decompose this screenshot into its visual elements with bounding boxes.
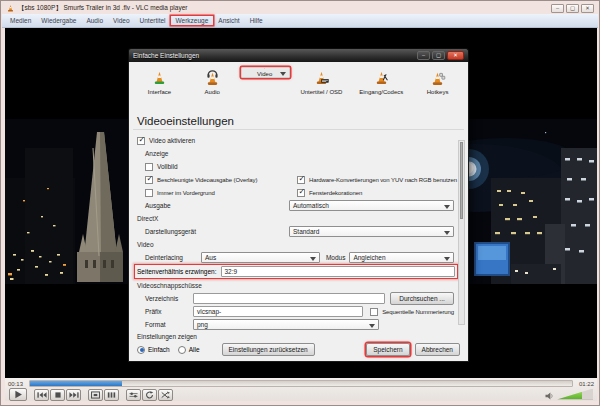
menu-hilfe[interactable]: Hilfe xyxy=(245,16,268,25)
vlc-cone-subtitle-icon xyxy=(313,70,330,87)
menu-ansicht[interactable]: Ansicht xyxy=(213,16,244,25)
label-deinterlacing: Deinterlacing xyxy=(145,254,201,261)
vlc-cone-codec-icon xyxy=(373,70,390,87)
aspect-ratio-row: Seitenverhältnis erzwingen: 32:9 xyxy=(134,264,458,279)
checkbox-label: Hardware-Konvertierungen von YUV nach RG… xyxy=(309,177,457,183)
tab-label: Audio xyxy=(205,89,220,95)
tab-label: Eingang/Codecs xyxy=(359,89,403,95)
dialog-titlebar: Einfache Einstellungen – ▢ ✕ xyxy=(128,48,469,62)
checkbox-overlay[interactable] xyxy=(145,176,153,184)
vlc-cone-film-icon xyxy=(256,68,273,69)
extended-settings-button[interactable] xyxy=(126,389,141,401)
dialog-close-button[interactable]: ✕ xyxy=(447,51,464,60)
menu-wiedergabe[interactable]: Wiedergabe xyxy=(36,16,81,25)
dialog-title: Einfache Einstellungen xyxy=(133,52,199,59)
tab-interface[interactable]: Interface xyxy=(135,67,184,109)
label-format: Format xyxy=(145,321,193,328)
group-directx: DirectX xyxy=(137,215,158,222)
settings-content: Video aktivieren Anzeige Vollbild Beschl… xyxy=(129,133,468,331)
stop-icon xyxy=(54,391,62,399)
volume-level xyxy=(557,389,582,399)
menu-untertitel[interactable]: Untertitel xyxy=(135,16,171,25)
equalizer-icon xyxy=(129,391,138,399)
dialog-minimize-button[interactable]: – xyxy=(417,51,430,60)
select-ausgabe[interactable]: Automatisch xyxy=(289,200,454,211)
menu-video[interactable]: Video xyxy=(108,16,135,25)
checkbox-video-aktivieren[interactable] xyxy=(137,137,145,145)
volume-slider[interactable] xyxy=(557,389,593,400)
group-video: Video xyxy=(137,241,154,248)
aspect-ratio-input[interactable]: 32:9 xyxy=(221,266,456,277)
checkbox-yuv-rgb[interactable] xyxy=(297,176,305,184)
fullscreen-icon xyxy=(91,391,100,399)
select-modus[interactable]: Angleichen xyxy=(349,252,454,263)
play-icon xyxy=(14,390,23,399)
reset-settings-button[interactable]: Einstellungen zurücksetzen xyxy=(222,343,315,356)
window-title: 【sbs 1080P】 Smurfs Trailer in 3d .flv - … xyxy=(18,4,187,13)
play-button[interactable] xyxy=(9,388,27,401)
radio-label-alle: Alle xyxy=(189,346,200,353)
vlc-cone-icon xyxy=(6,4,15,13)
menubar: Medien Wiedergabe Audio Video Untertitel… xyxy=(2,14,598,28)
random-button[interactable] xyxy=(158,389,173,401)
verzeichnis-input[interactable] xyxy=(193,293,385,304)
cancel-button[interactable]: Abbrechen xyxy=(415,343,460,356)
select-deinterlacing[interactable]: Aus xyxy=(201,252,320,263)
checkbox-vollbild[interactable] xyxy=(145,163,153,171)
heading-divider xyxy=(133,129,464,130)
preferences-tabs: Interface Audio Video Untertitel / OSD E… xyxy=(129,62,468,111)
elapsed-time: 00:13 xyxy=(8,381,26,387)
scrollbar-thumb[interactable] xyxy=(460,142,463,219)
checkbox-label: Beschleunigte Videoausgabe (Overlay) xyxy=(157,177,257,183)
tab-untertitel-osd[interactable]: Untertitel / OSD xyxy=(294,67,350,109)
checkbox-seq-nummerierung[interactable] xyxy=(370,308,378,316)
durchsuchen-button[interactable]: Durchsuchen ... xyxy=(390,292,454,305)
playlist-icon xyxy=(107,391,116,399)
radio-alle[interactable] xyxy=(178,346,186,354)
label-modus: Modus xyxy=(326,254,346,261)
label-seitenverhaeltnis: Seitenverhältnis erzwingen: xyxy=(137,268,217,275)
next-icon xyxy=(69,391,79,399)
menu-werkzeuge[interactable]: Werkzeuge xyxy=(171,16,214,25)
radio-label-einfach: Einfach xyxy=(148,346,170,353)
save-button[interactable]: Speichern xyxy=(366,343,409,356)
group-videoschnappschuesse: Videoschnappschüsse xyxy=(137,282,202,289)
checkbox-fensterdekorationen[interactable] xyxy=(297,189,305,197)
tab-eingang-codecs[interactable]: Eingang/Codecs xyxy=(353,67,409,109)
minimize-button[interactable]: – xyxy=(551,4,564,13)
seek-bar[interactable] xyxy=(29,380,573,387)
previous-button[interactable] xyxy=(34,389,49,401)
group-anzeige: Anzeige xyxy=(145,150,169,157)
menu-audio[interactable]: Audio xyxy=(81,16,108,25)
seek-progress xyxy=(30,381,122,386)
total-time: 01:22 xyxy=(576,381,594,387)
fullscreen-button[interactable] xyxy=(88,389,103,401)
next-button[interactable] xyxy=(66,389,81,401)
radio-einfach[interactable] xyxy=(137,346,145,354)
tab-label: Untertitel / OSD xyxy=(300,89,342,95)
select-darstellungsgeraet[interactable]: Standard xyxy=(289,226,454,237)
select-format[interactable]: png xyxy=(193,319,379,330)
dialog-maximize-button[interactable]: ▢ xyxy=(432,51,445,60)
vlc-cone-hotkeys-icon xyxy=(429,70,446,87)
playlist-button[interactable] xyxy=(104,389,119,401)
settings-show-label: Einstellungen zeigen xyxy=(137,333,460,340)
loop-button[interactable] xyxy=(142,389,157,401)
checkbox-vordergrund[interactable] xyxy=(145,189,153,197)
praefix-input[interactable]: vlcsnap- xyxy=(193,306,363,317)
close-button[interactable]: ✕ xyxy=(581,4,594,13)
stop-button[interactable] xyxy=(50,389,65,401)
tab-hotkeys[interactable]: Hotkeys xyxy=(413,67,462,109)
dialog-scrollbar[interactable] xyxy=(458,140,465,325)
tab-audio[interactable]: Audio xyxy=(188,67,237,109)
shuffle-icon xyxy=(161,391,170,399)
tab-label: Interface xyxy=(148,89,171,95)
tab-video[interactable]: Video xyxy=(241,67,290,78)
page-title: Videoeinstellungen xyxy=(137,115,468,127)
checkbox-label: Video aktivieren xyxy=(149,137,195,144)
vlc-window: 【sbs 1080P】 Smurfs Trailer in 3d .flv - … xyxy=(0,0,600,406)
label-darstellungsgeraet: Darstellungsgerät xyxy=(145,228,289,235)
vlc-cone-icon xyxy=(151,70,168,87)
maximize-button[interactable]: ▢ xyxy=(566,4,579,13)
menu-medien[interactable]: Medien xyxy=(5,16,36,25)
